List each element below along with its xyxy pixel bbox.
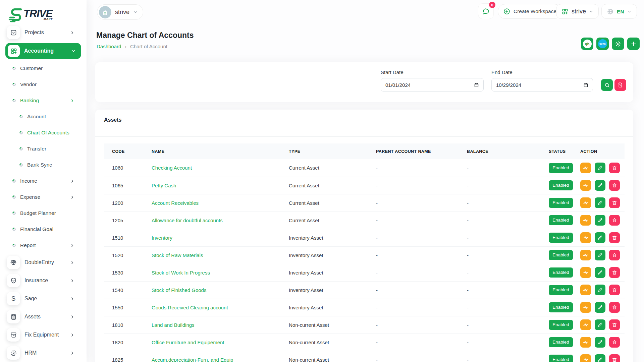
breadcrumb-dashboard-link[interactable]: Dashboard bbox=[97, 44, 121, 49]
edit-button[interactable] bbox=[595, 319, 605, 330]
transactions-button[interactable] bbox=[580, 180, 591, 191]
reset-filter-button[interactable] bbox=[614, 79, 626, 91]
edit-button[interactable] bbox=[595, 197, 605, 208]
delete-button[interactable] bbox=[609, 180, 620, 191]
sidebar-item-insurance[interactable]: Insurance bbox=[0, 272, 87, 290]
edit-button[interactable] bbox=[595, 285, 605, 295]
status-badge[interactable]: Enabled bbox=[549, 285, 573, 295]
transactions-button[interactable] bbox=[580, 302, 591, 313]
sidebar-item-budget-planner[interactable]: Budget Planner bbox=[0, 205, 87, 221]
transactions-button[interactable] bbox=[580, 163, 591, 173]
sidebar-item-income[interactable]: Income bbox=[0, 173, 87, 189]
edit-button[interactable] bbox=[595, 337, 605, 348]
transactions-button[interactable] bbox=[580, 354, 591, 362]
status-badge[interactable]: Enabled bbox=[549, 180, 573, 190]
delete-button[interactable] bbox=[609, 215, 620, 226]
delete-button[interactable] bbox=[609, 163, 620, 173]
end-date-input[interactable]: 10/29/2024 bbox=[491, 78, 593, 92]
status-badge[interactable]: Enabled bbox=[549, 163, 573, 173]
delete-button[interactable] bbox=[609, 354, 620, 362]
edit-button[interactable] bbox=[595, 354, 605, 362]
sidebar-item-customer[interactable]: Customer bbox=[0, 60, 87, 76]
settings-button[interactable] bbox=[612, 38, 624, 50]
account-name-link[interactable]: Account Receivables bbox=[152, 200, 199, 206]
status-badge[interactable]: Enabled bbox=[549, 250, 573, 260]
transactions-button[interactable] bbox=[580, 267, 591, 278]
delete-button[interactable] bbox=[609, 232, 620, 243]
account-name-link[interactable]: Accum.depreciation-Furn. and Equip bbox=[152, 357, 233, 362]
edit-button[interactable] bbox=[595, 267, 605, 278]
account-name-link[interactable]: Checking Account bbox=[152, 165, 192, 171]
transactions-button[interactable] bbox=[580, 215, 591, 226]
search-button[interactable] bbox=[601, 79, 613, 91]
messages-button[interactable]: 0 bbox=[478, 3, 494, 19]
sidebar-item-bank-sync[interactable]: Bank Sync bbox=[0, 157, 87, 173]
delete-button[interactable] bbox=[609, 285, 620, 295]
sidebar-item-projects[interactable]: Projects bbox=[0, 23, 87, 42]
transactions-button[interactable] bbox=[580, 250, 591, 260]
delete-button[interactable] bbox=[609, 319, 620, 330]
transactions-button[interactable] bbox=[580, 319, 591, 330]
sidebar-item-assets[interactable]: Assets bbox=[0, 308, 87, 326]
sidebar-item-transfer[interactable]: Transfer bbox=[0, 141, 87, 157]
transactions-button[interactable] bbox=[580, 285, 591, 295]
sidebar-item-sage[interactable]: SSage bbox=[0, 290, 87, 308]
sidebar-item-chart-of-accounts[interactable]: Chart Of Accounts bbox=[0, 125, 87, 141]
edit-button[interactable] bbox=[595, 215, 605, 226]
create-workspace-label: Create Workspace bbox=[514, 8, 556, 14]
status-badge[interactable]: Enabled bbox=[549, 337, 573, 347]
status-badge[interactable]: Enabled bbox=[549, 198, 573, 208]
delete-button[interactable] bbox=[609, 197, 620, 208]
sidebar-item-vendor[interactable]: Vendor bbox=[0, 76, 87, 93]
status-badge[interactable]: Enabled bbox=[549, 215, 573, 225]
account-name-link[interactable]: Allowance for doubtful accounts bbox=[152, 218, 223, 223]
calendar-icon[interactable] bbox=[474, 82, 479, 87]
delete-button[interactable] bbox=[609, 302, 620, 313]
transactions-button[interactable] bbox=[580, 232, 591, 243]
transactions-button[interactable] bbox=[580, 337, 591, 348]
edit-button[interactable] bbox=[595, 250, 605, 260]
calendar-icon[interactable] bbox=[583, 82, 588, 87]
status-badge[interactable]: Enabled bbox=[549, 355, 573, 362]
workspace-dropdown[interactable]: strive bbox=[556, 4, 599, 19]
sidebar-item-report[interactable]: Report bbox=[0, 237, 87, 253]
language-code: EN bbox=[617, 9, 624, 14]
sidebar-item-account[interactable]: Account bbox=[0, 109, 87, 125]
sidebar-item-expense[interactable]: Expense bbox=[0, 189, 87, 205]
brand-logo[interactable]: TRIVE MAKE bbox=[7, 6, 52, 23]
language-selector[interactable]: EN bbox=[601, 4, 637, 19]
edit-button[interactable] bbox=[595, 232, 605, 243]
account-name-link[interactable]: Stock of Work In Progress bbox=[152, 270, 210, 276]
start-date-input[interactable]: 01/01/2024 bbox=[381, 78, 484, 92]
sidebar-item-hrm[interactable]: HRM bbox=[0, 344, 87, 362]
status-badge[interactable]: Enabled bbox=[549, 233, 573, 243]
add-account-button[interactable] bbox=[627, 38, 640, 50]
xero-button[interactable]: xero bbox=[596, 38, 609, 50]
account-name-link[interactable]: Stock of Raw Materials bbox=[152, 252, 203, 258]
sidebar-item-accounting[interactable]: Accounting bbox=[5, 43, 81, 59]
account-name-link[interactable]: Land and Buildings bbox=[152, 322, 195, 328]
status-badge[interactable]: Enabled bbox=[549, 267, 573, 278]
delete-button[interactable] bbox=[609, 250, 620, 260]
workspace-selector[interactable]: strive bbox=[97, 4, 143, 20]
quickbooks-button[interactable]: qb bbox=[581, 38, 593, 50]
sidebar-item-doubleentry[interactable]: DoubleEntry bbox=[0, 253, 87, 272]
edit-button[interactable] bbox=[595, 302, 605, 313]
status-badge[interactable]: Enabled bbox=[549, 302, 573, 312]
delete-button[interactable] bbox=[609, 337, 620, 348]
delete-button[interactable] bbox=[609, 267, 620, 278]
account-name-link[interactable]: Goods Received Clearing account bbox=[152, 305, 228, 310]
account-name-link[interactable]: Office Furniture and Equipement bbox=[152, 340, 224, 345]
transactions-button[interactable] bbox=[580, 197, 591, 208]
account-name-link[interactable]: Inventory bbox=[152, 235, 172, 241]
sidebar-item-fix-equipment[interactable]: Fix Equipment bbox=[0, 326, 87, 344]
edit-button[interactable] bbox=[595, 180, 605, 191]
status-badge[interactable]: Enabled bbox=[549, 320, 573, 330]
sidebar-item-banking[interactable]: Banking bbox=[0, 93, 87, 109]
edit-button[interactable] bbox=[595, 163, 605, 173]
account-name-link[interactable]: Stock of Finished Goods bbox=[152, 287, 206, 293]
sidebar-item-financial-goal[interactable]: Financial Goal bbox=[0, 221, 87, 237]
account-type-cell: Non-current Asset bbox=[281, 334, 368, 351]
create-workspace-button[interactable]: Create Workspace bbox=[498, 4, 562, 19]
account-name-link[interactable]: Petty Cash bbox=[152, 183, 176, 188]
